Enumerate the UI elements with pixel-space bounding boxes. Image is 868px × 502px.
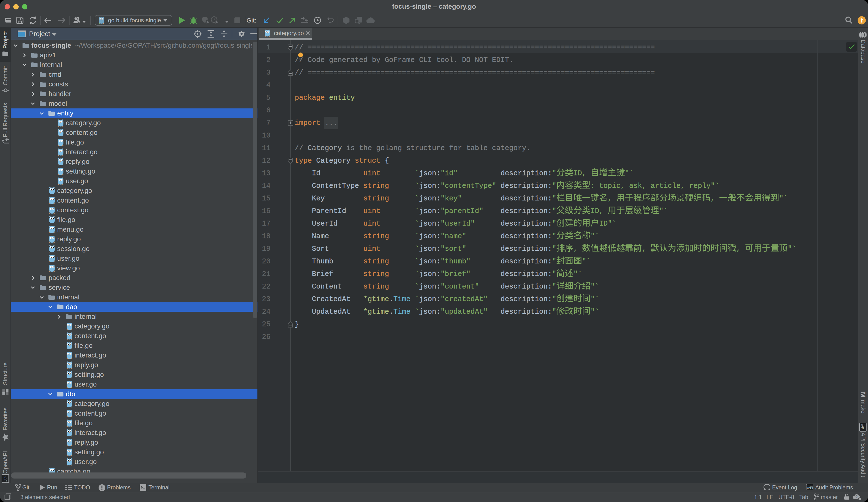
- svg-text:/API: /API: [807, 486, 813, 489]
- svg-text:/API: /API: [861, 424, 864, 430]
- svg-text:/API: /API: [4, 475, 8, 482]
- svg-text:?: ?: [855, 495, 858, 499]
